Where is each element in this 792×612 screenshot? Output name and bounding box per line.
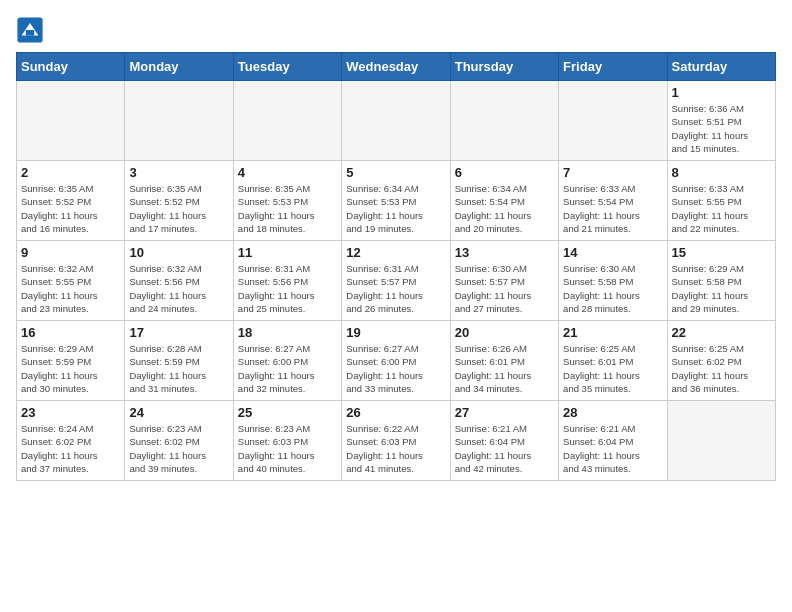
week-row-1: 2Sunrise: 6:35 AM Sunset: 5:52 PM Daylig… bbox=[17, 161, 776, 241]
day-number: 16 bbox=[21, 325, 120, 340]
day-number: 23 bbox=[21, 405, 120, 420]
day-number: 1 bbox=[672, 85, 771, 100]
day-cell: 7Sunrise: 6:33 AM Sunset: 5:54 PM Daylig… bbox=[559, 161, 667, 241]
day-cell: 21Sunrise: 6:25 AM Sunset: 6:01 PM Dayli… bbox=[559, 321, 667, 401]
day-info: Sunrise: 6:28 AM Sunset: 5:59 PM Dayligh… bbox=[129, 342, 228, 395]
day-number: 24 bbox=[129, 405, 228, 420]
day-cell: 18Sunrise: 6:27 AM Sunset: 6:00 PM Dayli… bbox=[233, 321, 341, 401]
day-cell: 3Sunrise: 6:35 AM Sunset: 5:52 PM Daylig… bbox=[125, 161, 233, 241]
day-cell bbox=[667, 401, 775, 481]
logo bbox=[16, 16, 48, 44]
header-sunday: Sunday bbox=[17, 53, 125, 81]
day-number: 15 bbox=[672, 245, 771, 260]
day-number: 12 bbox=[346, 245, 445, 260]
day-number: 9 bbox=[21, 245, 120, 260]
week-row-2: 9Sunrise: 6:32 AM Sunset: 5:55 PM Daylig… bbox=[17, 241, 776, 321]
header-monday: Monday bbox=[125, 53, 233, 81]
day-info: Sunrise: 6:31 AM Sunset: 5:56 PM Dayligh… bbox=[238, 262, 337, 315]
day-info: Sunrise: 6:29 AM Sunset: 5:59 PM Dayligh… bbox=[21, 342, 120, 395]
day-info: Sunrise: 6:21 AM Sunset: 6:04 PM Dayligh… bbox=[455, 422, 554, 475]
day-cell: 27Sunrise: 6:21 AM Sunset: 6:04 PM Dayli… bbox=[450, 401, 558, 481]
day-cell: 19Sunrise: 6:27 AM Sunset: 6:00 PM Dayli… bbox=[342, 321, 450, 401]
day-info: Sunrise: 6:35 AM Sunset: 5:52 PM Dayligh… bbox=[129, 182, 228, 235]
day-number: 7 bbox=[563, 165, 662, 180]
day-number: 22 bbox=[672, 325, 771, 340]
day-cell bbox=[559, 81, 667, 161]
day-info: Sunrise: 6:31 AM Sunset: 5:57 PM Dayligh… bbox=[346, 262, 445, 315]
day-number: 10 bbox=[129, 245, 228, 260]
day-info: Sunrise: 6:35 AM Sunset: 5:53 PM Dayligh… bbox=[238, 182, 337, 235]
svg-rect-2 bbox=[26, 30, 34, 36]
day-cell: 28Sunrise: 6:21 AM Sunset: 6:04 PM Dayli… bbox=[559, 401, 667, 481]
day-info: Sunrise: 6:22 AM Sunset: 6:03 PM Dayligh… bbox=[346, 422, 445, 475]
calendar-table: SundayMondayTuesdayWednesdayThursdayFrid… bbox=[16, 52, 776, 481]
day-info: Sunrise: 6:25 AM Sunset: 6:01 PM Dayligh… bbox=[563, 342, 662, 395]
day-cell: 5Sunrise: 6:34 AM Sunset: 5:53 PM Daylig… bbox=[342, 161, 450, 241]
day-info: Sunrise: 6:36 AM Sunset: 5:51 PM Dayligh… bbox=[672, 102, 771, 155]
day-number: 5 bbox=[346, 165, 445, 180]
day-number: 11 bbox=[238, 245, 337, 260]
day-cell bbox=[450, 81, 558, 161]
day-number: 20 bbox=[455, 325, 554, 340]
day-cell: 2Sunrise: 6:35 AM Sunset: 5:52 PM Daylig… bbox=[17, 161, 125, 241]
day-number: 27 bbox=[455, 405, 554, 420]
day-cell: 1Sunrise: 6:36 AM Sunset: 5:51 PM Daylig… bbox=[667, 81, 775, 161]
day-cell: 14Sunrise: 6:30 AM Sunset: 5:58 PM Dayli… bbox=[559, 241, 667, 321]
calendar-header-row: SundayMondayTuesdayWednesdayThursdayFrid… bbox=[17, 53, 776, 81]
day-number: 17 bbox=[129, 325, 228, 340]
day-info: Sunrise: 6:32 AM Sunset: 5:55 PM Dayligh… bbox=[21, 262, 120, 315]
day-cell bbox=[342, 81, 450, 161]
day-number: 18 bbox=[238, 325, 337, 340]
day-cell bbox=[233, 81, 341, 161]
day-number: 3 bbox=[129, 165, 228, 180]
day-number: 26 bbox=[346, 405, 445, 420]
day-info: Sunrise: 6:32 AM Sunset: 5:56 PM Dayligh… bbox=[129, 262, 228, 315]
day-cell: 8Sunrise: 6:33 AM Sunset: 5:55 PM Daylig… bbox=[667, 161, 775, 241]
header-wednesday: Wednesday bbox=[342, 53, 450, 81]
day-cell: 15Sunrise: 6:29 AM Sunset: 5:58 PM Dayli… bbox=[667, 241, 775, 321]
day-info: Sunrise: 6:33 AM Sunset: 5:55 PM Dayligh… bbox=[672, 182, 771, 235]
day-info: Sunrise: 6:24 AM Sunset: 6:02 PM Dayligh… bbox=[21, 422, 120, 475]
day-number: 28 bbox=[563, 405, 662, 420]
day-info: Sunrise: 6:26 AM Sunset: 6:01 PM Dayligh… bbox=[455, 342, 554, 395]
day-cell: 9Sunrise: 6:32 AM Sunset: 5:55 PM Daylig… bbox=[17, 241, 125, 321]
day-cell: 13Sunrise: 6:30 AM Sunset: 5:57 PM Dayli… bbox=[450, 241, 558, 321]
day-info: Sunrise: 6:25 AM Sunset: 6:02 PM Dayligh… bbox=[672, 342, 771, 395]
day-cell: 4Sunrise: 6:35 AM Sunset: 5:53 PM Daylig… bbox=[233, 161, 341, 241]
day-cell: 10Sunrise: 6:32 AM Sunset: 5:56 PM Dayli… bbox=[125, 241, 233, 321]
header-thursday: Thursday bbox=[450, 53, 558, 81]
header-friday: Friday bbox=[559, 53, 667, 81]
day-cell: 23Sunrise: 6:24 AM Sunset: 6:02 PM Dayli… bbox=[17, 401, 125, 481]
day-cell: 17Sunrise: 6:28 AM Sunset: 5:59 PM Dayli… bbox=[125, 321, 233, 401]
header-saturday: Saturday bbox=[667, 53, 775, 81]
week-row-3: 16Sunrise: 6:29 AM Sunset: 5:59 PM Dayli… bbox=[17, 321, 776, 401]
day-cell: 24Sunrise: 6:23 AM Sunset: 6:02 PM Dayli… bbox=[125, 401, 233, 481]
day-cell: 11Sunrise: 6:31 AM Sunset: 5:56 PM Dayli… bbox=[233, 241, 341, 321]
day-number: 13 bbox=[455, 245, 554, 260]
day-number: 19 bbox=[346, 325, 445, 340]
day-info: Sunrise: 6:30 AM Sunset: 5:58 PM Dayligh… bbox=[563, 262, 662, 315]
day-info: Sunrise: 6:33 AM Sunset: 5:54 PM Dayligh… bbox=[563, 182, 662, 235]
day-cell: 26Sunrise: 6:22 AM Sunset: 6:03 PM Dayli… bbox=[342, 401, 450, 481]
day-cell: 20Sunrise: 6:26 AM Sunset: 6:01 PM Dayli… bbox=[450, 321, 558, 401]
header-tuesday: Tuesday bbox=[233, 53, 341, 81]
day-number: 6 bbox=[455, 165, 554, 180]
day-cell: 6Sunrise: 6:34 AM Sunset: 5:54 PM Daylig… bbox=[450, 161, 558, 241]
day-info: Sunrise: 6:34 AM Sunset: 5:54 PM Dayligh… bbox=[455, 182, 554, 235]
week-row-4: 23Sunrise: 6:24 AM Sunset: 6:02 PM Dayli… bbox=[17, 401, 776, 481]
day-info: Sunrise: 6:30 AM Sunset: 5:57 PM Dayligh… bbox=[455, 262, 554, 315]
day-info: Sunrise: 6:34 AM Sunset: 5:53 PM Dayligh… bbox=[346, 182, 445, 235]
day-number: 2 bbox=[21, 165, 120, 180]
day-info: Sunrise: 6:27 AM Sunset: 6:00 PM Dayligh… bbox=[346, 342, 445, 395]
day-info: Sunrise: 6:23 AM Sunset: 6:03 PM Dayligh… bbox=[238, 422, 337, 475]
day-info: Sunrise: 6:21 AM Sunset: 6:04 PM Dayligh… bbox=[563, 422, 662, 475]
page-header bbox=[16, 16, 776, 44]
week-row-0: 1Sunrise: 6:36 AM Sunset: 5:51 PM Daylig… bbox=[17, 81, 776, 161]
day-cell: 22Sunrise: 6:25 AM Sunset: 6:02 PM Dayli… bbox=[667, 321, 775, 401]
day-info: Sunrise: 6:35 AM Sunset: 5:52 PM Dayligh… bbox=[21, 182, 120, 235]
day-info: Sunrise: 6:27 AM Sunset: 6:00 PM Dayligh… bbox=[238, 342, 337, 395]
day-cell bbox=[125, 81, 233, 161]
day-number: 14 bbox=[563, 245, 662, 260]
day-info: Sunrise: 6:23 AM Sunset: 6:02 PM Dayligh… bbox=[129, 422, 228, 475]
day-cell bbox=[17, 81, 125, 161]
